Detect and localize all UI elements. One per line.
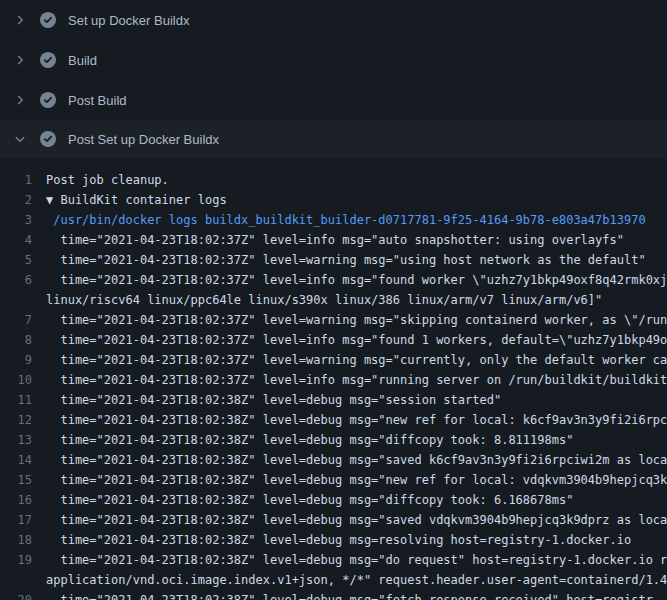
log-line: 12 time="2021-04-23T18:02:38Z" level=deb… xyxy=(0,410,667,430)
line-number[interactable]: 4 xyxy=(0,230,46,250)
check-circle-icon xyxy=(40,52,56,68)
line-number[interactable]: 6 xyxy=(0,270,46,290)
line-number[interactable]: 10 xyxy=(0,370,46,390)
line-number[interactable]: 2 xyxy=(0,190,46,210)
log-line: 3 /usr/bin/docker logs buildx_buildkit_b… xyxy=(0,210,667,230)
line-number[interactable] xyxy=(0,570,46,590)
step-row-set-up-docker-buildx[interactable]: Set up Docker Buildx xyxy=(0,0,667,40)
log-line: 1Post job cleanup. xyxy=(0,170,667,190)
step-row-post-set-up-docker-buildx[interactable]: Post Set up Docker Buildx xyxy=(0,120,667,158)
log-text: time="2021-04-23T18:02:38Z" level=debug … xyxy=(46,530,631,550)
log-line: 4 time="2021-04-23T18:02:37Z" level=info… xyxy=(0,230,667,250)
chevron-right-icon xyxy=(12,92,28,108)
log-line: 20 time="2021-04-23T18:02:38Z" level=deb… xyxy=(0,590,667,600)
line-number[interactable]: 17 xyxy=(0,510,46,530)
log-line: 16 time="2021-04-23T18:02:38Z" level=deb… xyxy=(0,490,667,510)
line-number[interactable]: 9 xyxy=(0,350,46,370)
step-label: Post Set up Docker Buildx xyxy=(68,132,219,147)
line-number[interactable]: 18 xyxy=(0,530,46,550)
log-line: 14 time="2021-04-23T18:02:38Z" level=deb… xyxy=(0,450,667,470)
log-line: 11 time="2021-04-23T18:02:38Z" level=deb… xyxy=(0,390,667,410)
log-text: time="2021-04-23T18:02:38Z" level=debug … xyxy=(46,470,667,490)
log-line: 18 time="2021-04-23T18:02:38Z" level=deb… xyxy=(0,530,667,550)
line-number[interactable]: 1 xyxy=(0,170,46,190)
line-number[interactable]: 13 xyxy=(0,430,46,450)
log-text: time="2021-04-23T18:02:37Z" level=info m… xyxy=(46,230,624,250)
log-line: 10 time="2021-04-23T18:02:37Z" level=inf… xyxy=(0,370,667,390)
log-text: time="2021-04-23T18:02:38Z" level=debug … xyxy=(46,430,573,450)
log-command-text: /usr/bin/docker logs buildx_buildkit_bui… xyxy=(46,210,646,230)
line-number[interactable] xyxy=(0,290,46,310)
log-line: 15 time="2021-04-23T18:02:38Z" level=deb… xyxy=(0,470,667,490)
log-text: Post job cleanup. xyxy=(46,170,169,190)
log-line: 8 time="2021-04-23T18:02:37Z" level=info… xyxy=(0,330,667,350)
step-label: Build xyxy=(68,53,97,68)
log-line: 9 time="2021-04-23T18:02:37Z" level=warn… xyxy=(0,350,667,370)
line-number[interactable]: 8 xyxy=(0,330,46,350)
check-circle-icon xyxy=(40,131,56,147)
log-line: 5 time="2021-04-23T18:02:37Z" level=warn… xyxy=(0,250,667,270)
line-number[interactable]: 19 xyxy=(0,550,46,570)
log-text: time="2021-04-23T18:02:38Z" level=debug … xyxy=(46,410,667,430)
log-text: time="2021-04-23T18:02:37Z" level=warnin… xyxy=(46,350,667,370)
log-line: 13 time="2021-04-23T18:02:38Z" level=deb… xyxy=(0,430,667,450)
chevron-right-icon xyxy=(12,12,28,28)
chevron-right-icon xyxy=(12,52,28,68)
log-text: time="2021-04-23T18:02:37Z" level=info m… xyxy=(46,330,667,350)
steps-list: Set up Docker Buildx Build xyxy=(0,0,667,158)
log-text: linux/riscv64 linux/ppc64le linux/s390x … xyxy=(46,290,602,310)
step-label: Set up Docker Buildx xyxy=(68,13,189,28)
line-number[interactable]: 15 xyxy=(0,470,46,490)
log-text: time="2021-04-23T18:02:38Z" level=debug … xyxy=(46,450,667,470)
log-text: time="2021-04-23T18:02:38Z" level=debug … xyxy=(46,390,501,410)
check-circle-icon xyxy=(40,12,56,28)
log-line: 7 time="2021-04-23T18:02:37Z" level=warn… xyxy=(0,310,667,330)
log-text: time="2021-04-23T18:02:38Z" level=debug … xyxy=(46,550,667,570)
step-row-post-build[interactable]: Post Build xyxy=(0,80,667,120)
check-circle-icon xyxy=(40,92,56,108)
log-line: 6 time="2021-04-23T18:02:37Z" level=info… xyxy=(0,270,667,290)
log-text: time="2021-04-23T18:02:37Z" level=info m… xyxy=(46,270,667,290)
log-text: time="2021-04-23T18:02:37Z" level=info m… xyxy=(46,370,667,390)
log-line: application/vnd.oci.image.index.v1+json,… xyxy=(0,570,667,590)
line-number[interactable]: 16 xyxy=(0,490,46,510)
line-number[interactable]: 7 xyxy=(0,310,46,330)
log-line: 17 time="2021-04-23T18:02:38Z" level=deb… xyxy=(0,510,667,530)
log-lines: 1Post job cleanup.2▼ BuildKit container … xyxy=(0,158,667,600)
log-text: time="2021-04-23T18:02:37Z" level=warnin… xyxy=(46,250,646,270)
log-text: time="2021-04-23T18:02:37Z" level=warnin… xyxy=(46,310,667,330)
log-group-toggle[interactable]: ▼ BuildKit container logs xyxy=(46,190,227,210)
line-number[interactable]: 5 xyxy=(0,250,46,270)
log-text: time="2021-04-23T18:02:38Z" level=debug … xyxy=(46,590,653,600)
log-text: time="2021-04-23T18:02:38Z" level=debug … xyxy=(46,510,667,530)
log-text: time="2021-04-23T18:02:38Z" level=debug … xyxy=(46,490,573,510)
log-line: 19 time="2021-04-23T18:02:38Z" level=deb… xyxy=(0,550,667,570)
line-number[interactable]: 12 xyxy=(0,410,46,430)
line-number[interactable]: 20 xyxy=(0,590,46,600)
log-line: 2▼ BuildKit container logs xyxy=(0,190,667,210)
log-text: application/vnd.oci.image.index.v1+json,… xyxy=(46,570,667,590)
step-row-build[interactable]: Build xyxy=(0,40,667,80)
step-label: Post Build xyxy=(68,93,127,108)
line-number[interactable]: 3 xyxy=(0,210,46,230)
log-line: linux/riscv64 linux/ppc64le linux/s390x … xyxy=(0,290,667,310)
line-number[interactable]: 11 xyxy=(0,390,46,410)
chevron-down-icon xyxy=(12,131,28,147)
line-number[interactable]: 14 xyxy=(0,450,46,470)
